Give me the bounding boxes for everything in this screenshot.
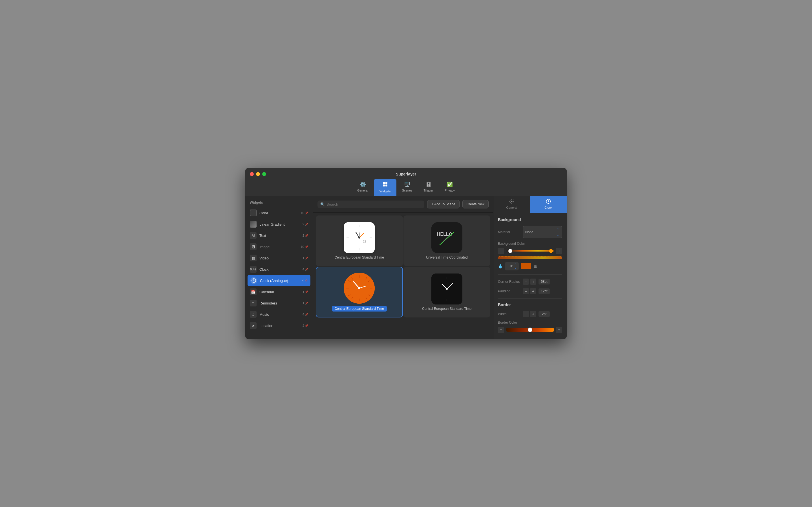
sidebar-item-text[interactable]: AI Text 2 📌 [245,230,313,241]
sidebar-item-video-count: 1 📌 [303,256,308,260]
tab-trigger-label: Trigger [424,189,434,192]
prop-tab-general[interactable]: General [493,196,530,213]
svg-rect-2 [383,184,385,186]
prop-general-icon [509,199,514,205]
sidebar-item-image[interactable]: 🖼 Image 10 📌 [245,241,313,252]
add-to-scene-button[interactable]: + Add To Scene [427,200,459,209]
sidebar-item-color-count: 10 📌 [301,211,308,215]
sidebar-item-text-count: 2 📌 [303,234,308,237]
location-icon: ➤ [250,322,257,329]
svg-point-44 [446,288,448,290]
image-icon: 🖼 [250,243,257,250]
prop-corner-plus[interactable]: + [530,279,536,285]
prop-tab-clock[interactable]: Clock [530,196,567,213]
sidebar-item-clock-analogue[interactable]: Clock (Analogue) 4 📌 [248,275,310,286]
prop-degree-box[interactable]: ↑ 0° ⌃⌄ [505,262,519,270]
color-icon [250,210,257,216]
prop-color-plus[interactable]: + [556,248,562,254]
prop-select-arrow: ⌃⌄ [556,228,560,237]
prop-corner-radius-label: Corner Radius [498,280,520,284]
sidebar-item-location[interactable]: ➤ Location 2 📌 [245,320,313,331]
widget-1-label: Central European Standard Time [335,256,384,260]
traffic-lights [250,172,266,176]
sidebar-item-clock[interactable]: 9:42 Clock 4 📌 [245,264,313,275]
prop-background-title: Background [498,217,562,222]
prop-border-color-minus[interactable]: − [498,327,504,333]
widget-4-label: Central European Standard Time [422,307,471,311]
widget-area: 🔍 + Add To Scene Create New [313,196,493,339]
sidebar-item-image-label: Image [259,245,298,249]
widget-card-4[interactable]: Central European Standard Time [403,267,491,318]
prop-bg-color-label: Background Color [498,242,562,245]
clock-icon: 9:42 [250,266,257,273]
prop-color-row: 💧 ↑ 0° ⌃⌄ ▦ [498,262,562,270]
prop-border-width-plus[interactable]: + [530,311,536,317]
svg-line-48 [548,202,550,202]
prop-grid-icon[interactable]: ▦ [534,264,537,269]
prop-material-label: Material [498,230,520,234]
prop-padding-minus[interactable]: − [523,288,529,294]
prop-material-select[interactable]: None ⌃⌄ [523,226,562,238]
sidebar: Widgets Color 10 📌 Linear Gradient 9 📌 A… [245,196,313,339]
sidebar-item-color[interactable]: Color 10 📌 [245,207,313,219]
clock-preview-1: 22 [344,222,375,253]
widget-card-1[interactable]: 22 Central European Standard Time [316,216,403,266]
sidebar-item-music[interactable]: ♫ Music 4 📌 [245,309,313,320]
create-new-button[interactable]: Create New [462,200,489,209]
prop-border-color-row: − + [498,327,562,333]
svg-point-36 [358,287,360,289]
svg-rect-0 [383,182,385,184]
sidebar-item-music-count: 4 📌 [303,313,308,316]
widget-3-label: Central European Standard Time [332,306,387,312]
svg-rect-3 [386,184,388,186]
sidebar-item-color-label: Color [259,211,298,215]
sidebar-item-calendar-label: Calendar [259,290,300,294]
tab-scenes[interactable]: 🖥️ Scenes [396,179,418,196]
tab-trigger[interactable]: 🎚️ Trigger [418,179,439,196]
widgets-icon [382,181,388,188]
sidebar-item-video[interactable]: ▦ Video 1 📌 [245,252,313,264]
prop-padding-plus[interactable]: + [530,288,536,294]
sidebar-item-reminders[interactable]: ≡ Reminders 1 📌 [245,297,313,309]
tab-privacy[interactable]: ✅ Privacy [439,179,460,196]
degree-stepper-arrows: ⌃⌄ [514,263,516,269]
sidebar-item-reminders-label: Reminders [259,301,300,305]
sidebar-item-reminders-count: 1 📌 [303,301,308,305]
widget-2-label: Universal Time Coordinated [426,256,468,260]
music-icon: ♫ [250,311,257,318]
widget-card-2[interactable]: HELLO Universal Time Coordinated [403,216,491,266]
sidebar-item-gradient-label: Linear Gradient [259,222,300,226]
prop-corner-value: 58pt [539,279,550,284]
titlebar: Superlayer ⚙️ General Widgets � [245,168,567,196]
prop-clock-icon [546,199,551,205]
properties-panel: General Clock Background [493,196,567,339]
prop-color-swatch[interactable] [521,263,531,269]
tab-widgets[interactable]: Widgets [374,179,396,196]
prop-tab-clock-label: Clock [545,206,552,209]
app-window: Superlayer ⚙️ General Widgets � [245,168,567,339]
prop-eyedropper-icon[interactable]: 💧 [498,264,503,269]
sidebar-title: Widgets [245,201,313,207]
video-icon: ▦ [250,255,257,262]
search-input[interactable] [326,202,421,207]
reminders-icon: ≡ [250,300,257,306]
sidebar-item-linear-gradient[interactable]: Linear Gradient 9 📌 [245,219,313,230]
prop-tabs: General Clock [493,196,567,213]
prop-corner-minus[interactable]: − [523,279,529,285]
sidebar-item-clock-label: Clock [259,267,300,272]
prop-color-minus[interactable]: − [498,248,504,254]
clock-preview-4 [432,274,462,304]
tab-privacy-label: Privacy [445,189,455,192]
widget-card-3[interactable]: Central European Standard Time [316,267,403,318]
search-box[interactable]: 🔍 [317,201,424,208]
sidebar-item-clock-analogue-count: 4 📌 [302,279,308,282]
prop-border-color-slider[interactable] [506,328,554,332]
minimize-button[interactable] [256,172,260,176]
close-button[interactable] [250,172,254,176]
tab-general[interactable]: ⚙️ General [352,179,374,196]
prop-border-width-minus[interactable]: − [523,311,529,317]
prop-border-color-plus[interactable]: + [556,327,562,333]
maximize-button[interactable] [262,172,266,176]
sidebar-item-calendar[interactable]: 📅 Calendar 1 📌 [245,286,313,297]
prop-color-slider[interactable] [506,250,554,251]
